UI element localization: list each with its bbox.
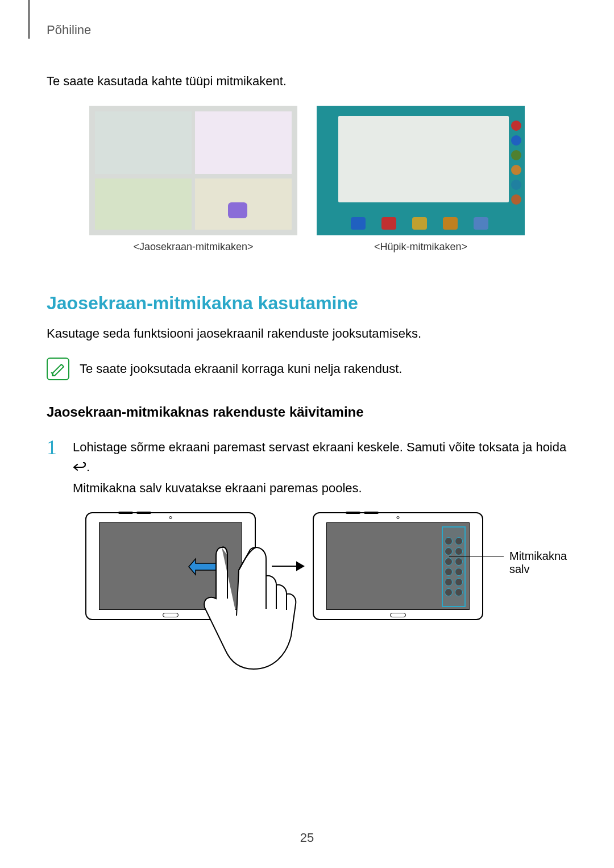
figure-left: <Jaosekraan-mitmikaken>	[88, 105, 298, 253]
callout-line	[449, 556, 504, 558]
transition-arrow-icon	[272, 561, 305, 571]
note-text: Te saate jooksutada ekraanil korraga kun…	[80, 362, 402, 376]
split-multiwindow-thumbnail	[88, 105, 298, 236]
figure-row: <Jaosekraan-mitmikaken> <Hüpik-mitmikake…	[47, 105, 567, 253]
caption-right: <Hüpik-mitmikaken>	[374, 241, 467, 253]
caption-left: <Jaosekraan-mitmikaken>	[133, 241, 253, 253]
paragraph-1: Kasutage seda funktsiooni jaosekraanil r…	[47, 324, 567, 343]
figure-right: <Hüpik-mitmikaken>	[316, 105, 526, 253]
header-rule	[28, 0, 30, 39]
note-icon	[47, 358, 69, 380]
document-page: Põhiline Te saate kasutada kahte tüüpi m…	[0, 0, 614, 868]
heading-3: Jaosekraan-mitmikaknas rakenduste käivit…	[47, 404, 567, 420]
page-number: 25	[300, 830, 314, 845]
popup-multiwindow-thumbnail	[316, 105, 526, 236]
intro-text: Te saate kasutada kahte tüüpi mitmikaken…	[47, 74, 567, 89]
step-1: 1 Lohistage sõrme ekraani paremast serva…	[47, 437, 567, 499]
heading-2: Jaosekraan-mitmikakna kasutamine	[47, 293, 567, 314]
step-text-b: .	[86, 460, 90, 474]
step-text: Lohistage sõrme ekraani paremast servast…	[73, 437, 567, 499]
step-number: 1	[47, 437, 63, 499]
tablet-after	[313, 512, 483, 620]
gesture-diagram: Mitmikakna salv	[85, 512, 529, 671]
callout-label: Mitmikakna salv	[509, 550, 567, 576]
step-text-c: Mitmikakna salv kuvatakse ekraani parema…	[73, 481, 362, 495]
multiwindow-tray	[442, 526, 466, 607]
section-header: Põhiline	[47, 23, 567, 38]
play-icon	[228, 202, 247, 218]
back-icon	[73, 458, 86, 478]
hand-icon	[171, 536, 318, 672]
step-text-a: Lohistage sõrme ekraani paremast servast…	[73, 440, 566, 454]
note-row: Te saate jooksutada ekraanil korraga kun…	[47, 358, 567, 380]
